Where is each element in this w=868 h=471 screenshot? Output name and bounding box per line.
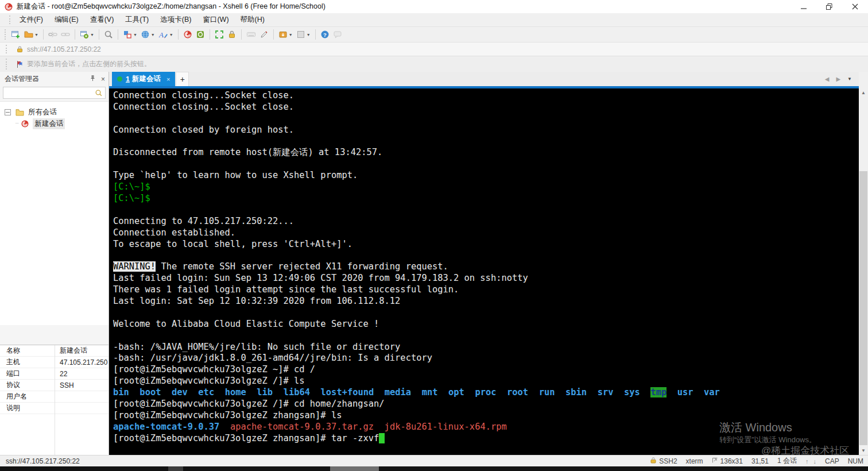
tab-scroll-right-icon[interactable]: ▶ (836, 76, 840, 82)
terminal-line: [root@iZm5ebqwvcwhcku73olgzeZ /]# cd hom… (113, 399, 859, 410)
terminal-line: -bash: /usr/java/jdk1.8.0_261-amd64//jre… (113, 353, 859, 364)
new-session-icon[interactable] (9, 28, 22, 41)
tree-item-label[interactable]: 新建会话 (33, 118, 65, 129)
terminal-line: Connecting to 47.105.217.250:22... (113, 216, 859, 227)
terminal-line: Connection established. (113, 227, 859, 239)
menu-item[interactable]: 窗口(W) (197, 14, 234, 26)
help-icon[interactable]: ? (319, 28, 331, 41)
color-scheme-icon[interactable]: ▼ (121, 28, 139, 41)
search-icon (95, 89, 103, 99)
dropdown-caret-icon[interactable]: ▼ (289, 33, 293, 37)
main-area: 会话管理器 × 所有会话 ┄ (0, 72, 868, 455)
property-label: 协议 (0, 380, 55, 390)
transfer-icon[interactable]: ▼ (277, 28, 294, 41)
terminal-line: Connection closing...Socket close. (113, 102, 859, 113)
status-lock-icon (650, 457, 657, 465)
property-label: 说明 (0, 403, 55, 413)
toolbar-separator (210, 29, 210, 40)
terminal-line: [root@iZm5ebqwvcwhcku73olgzeZ /]# ls (113, 376, 859, 387)
menu-item[interactable]: 工具(T) (119, 14, 154, 26)
session-properties-icon[interactable]: ▼ (78, 28, 96, 41)
address-bar: ssh://47.105.217.250:22 (0, 42, 868, 56)
close-button[interactable] (842, 0, 868, 13)
dropdown-caret-icon[interactable]: ▼ (151, 33, 155, 37)
tab-bar: 1 新建会话 × + ◀ ▶ ▼ (109, 72, 859, 86)
lock-icon[interactable] (226, 28, 238, 41)
tab-list-dropdown-icon[interactable]: ▼ (847, 76, 852, 82)
xshell-icon[interactable] (181, 28, 194, 41)
panel-close-icon[interactable]: × (101, 75, 105, 83)
pin-icon[interactable] (90, 75, 96, 83)
scroll-down-icon[interactable]: ▼ (859, 446, 868, 455)
tree-expander-icon[interactable] (5, 109, 11, 115)
terminal-line: [root@iZm5ebqwvcwhcku73olgzeZ ~]# cd / (113, 364, 859, 376)
terminal-line: [C:\~]$ (113, 193, 859, 204)
terminal-line: Welcome to Alibaba Cloud Elastic Compute… (113, 319, 859, 330)
terminal-line: [C:\~]$ (113, 182, 859, 193)
menu-item[interactable]: 编辑(E) (49, 14, 84, 26)
menu-item[interactable]: 帮助(H) (235, 14, 270, 26)
address-url[interactable]: ssh://47.105.217.250:22 (27, 45, 101, 53)
terminal-pane: 1 新建会话 × + ◀ ▶ ▼ Connection closing...So… (109, 72, 859, 455)
open-session-icon[interactable]: ▼ (22, 28, 40, 41)
property-label: 用户名 (0, 392, 55, 401)
property-label: 名称 (0, 346, 55, 356)
download-arrow-icon: ↓ (813, 458, 816, 465)
status-terminal-size: 136x31 (712, 457, 743, 465)
status-num-lock: NUM (848, 457, 863, 465)
status-cursor-position: 31,51 (751, 457, 769, 465)
xshell-app-icon (4, 2, 13, 11)
keyboard-icon (245, 28, 258, 41)
minimize-button[interactable] (790, 0, 816, 13)
web-icon[interactable]: ▼ (139, 28, 157, 41)
tab-session[interactable]: 1 新建会话 × (112, 72, 175, 86)
new-tab-button[interactable]: + (176, 72, 189, 86)
terminal-output[interactable]: Connection closing...Socket close.Connec… (109, 88, 859, 455)
dropdown-caret-icon[interactable]: ▼ (133, 33, 137, 37)
menu-item[interactable]: 选项卡(B) (154, 14, 197, 26)
tab-title: 新建会话 (132, 74, 161, 84)
session-properties-grid: 名称新建会话主机47.105.217.250端口22协议SSH用户名说明 (0, 345, 108, 455)
toolbar-separator (99, 29, 99, 40)
session-manager-header: 会话管理器 × (0, 72, 108, 86)
status-caps-lock: CAP (825, 457, 839, 465)
dropdown-caret-icon[interactable]: ▼ (169, 33, 173, 37)
menu-item[interactable]: 查看(V) (84, 14, 120, 26)
tab-index: 1 (126, 75, 130, 83)
tab-scroll-left-icon[interactable]: ◀ (825, 76, 830, 82)
dropdown-caret-icon[interactable]: ▼ (307, 33, 311, 37)
restore-button[interactable] (816, 0, 842, 13)
folder-icon (15, 108, 25, 117)
session-search-input[interactable] (3, 87, 106, 99)
terminal-line (113, 307, 859, 319)
dropdown-caret-icon[interactable]: ▼ (34, 33, 38, 37)
menu-item[interactable]: 文件(F) (14, 14, 49, 26)
session-tree: 所有会话 ┄ 新建会话 (0, 101, 108, 325)
status-terminal-type: xterm (686, 457, 703, 465)
font-icon[interactable]: A▼ (157, 28, 175, 41)
toolbar-separator (273, 29, 274, 40)
terminal-line: bin boot dev etc home lib lib64 lost+fou… (113, 387, 859, 399)
scrollbar-thumb[interactable] (859, 171, 867, 445)
property-value: 22 (55, 370, 67, 378)
toolbar-separator (178, 29, 179, 40)
dropdown-caret-icon[interactable]: ▼ (90, 33, 94, 37)
tree-item-label[interactable]: 所有会话 (28, 107, 57, 117)
tree-item-all-sessions[interactable]: 所有会话 (0, 106, 108, 118)
tab-close-icon[interactable]: × (166, 76, 170, 83)
compose-icon[interactable] (258, 28, 270, 41)
find-icon[interactable] (102, 28, 115, 41)
disconnect-icon (46, 28, 59, 41)
transparency-icon[interactable]: ▼ (294, 28, 312, 41)
upload-arrow-icon: ↑ (805, 458, 809, 465)
bookmark-flag-icon (16, 60, 23, 68)
scroll-up-icon[interactable]: ▲ (859, 88, 868, 97)
taskbar-item-active (330, 466, 379, 471)
terminal-scrollbar[interactable]: ▲ ▼ (859, 88, 868, 455)
toolbar-separator (118, 29, 118, 40)
toolbar-separator (75, 29, 75, 40)
status-ssh2: SSH2 (650, 457, 677, 465)
tree-item-session[interactable]: ┄ 新建会话 (0, 118, 108, 129)
fullscreen-icon[interactable] (213, 28, 226, 41)
xftp-icon[interactable] (194, 28, 207, 41)
